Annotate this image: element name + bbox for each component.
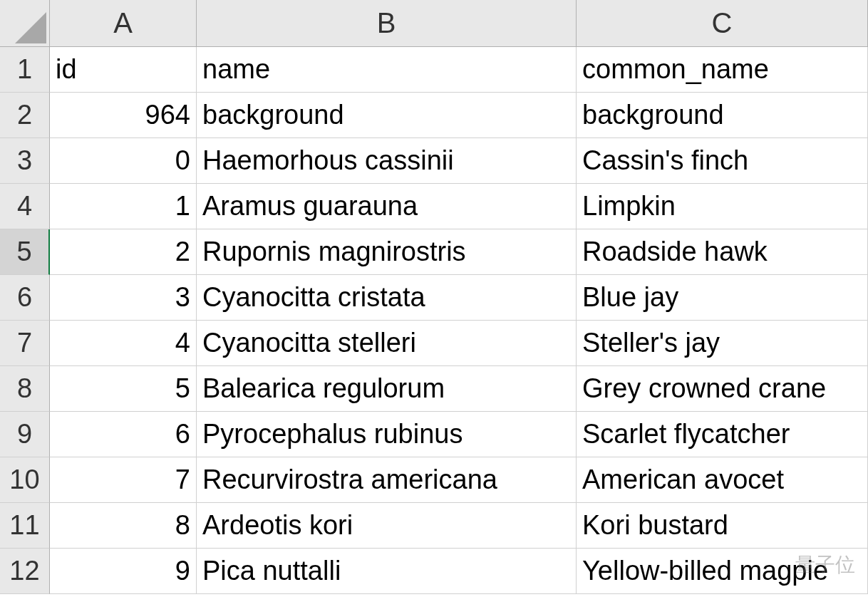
cell-B12[interactable]: Pica nuttalli [197, 549, 577, 594]
row-header-9[interactable]: 9 [0, 412, 50, 457]
row-header-8[interactable]: 8 [0, 366, 50, 412]
row-header-5[interactable]: 5 [0, 229, 50, 275]
cell-A12[interactable]: 9 [50, 549, 197, 594]
cell-B9[interactable]: Pyrocephalus rubinus [197, 412, 577, 457]
cell-B11[interactable]: Ardeotis kori [197, 503, 577, 549]
row-header-4[interactable]: 4 [0, 184, 50, 229]
row-header-10[interactable]: 10 [0, 457, 50, 503]
row-header-6[interactable]: 6 [0, 275, 50, 321]
cell-A2[interactable]: 964 [50, 93, 197, 138]
cell-C1[interactable]: common_name [577, 47, 868, 93]
column-header-A[interactable]: A [50, 0, 197, 47]
cell-B1[interactable]: name [197, 47, 577, 93]
cell-B3[interactable]: Haemorhous cassinii [197, 138, 577, 184]
column-header-C[interactable]: C [577, 0, 868, 47]
column-header-B[interactable]: B [197, 0, 577, 47]
cell-C3[interactable]: Cassin's finch [577, 138, 868, 184]
cell-C8[interactable]: Grey crowned crane [577, 366, 868, 412]
cell-B7[interactable]: Cyanocitta stelleri [197, 321, 577, 366]
cell-A1[interactable]: id [50, 47, 197, 93]
cell-A11[interactable]: 8 [50, 503, 197, 549]
cell-B10[interactable]: Recurvirostra americana [197, 457, 577, 503]
row-header-1[interactable]: 1 [0, 47, 50, 93]
cell-C7[interactable]: Steller's jay [577, 321, 868, 366]
cell-A9[interactable]: 6 [50, 412, 197, 457]
row-header-11[interactable]: 11 [0, 503, 50, 549]
cell-C12[interactable]: Yellow-billed magpie [577, 549, 868, 594]
cell-B6[interactable]: Cyanocitta cristata [197, 275, 577, 321]
select-all-corner[interactable] [0, 0, 50, 47]
cell-B4[interactable]: Aramus guarauna [197, 184, 577, 229]
cell-A3[interactable]: 0 [50, 138, 197, 184]
cell-B8[interactable]: Balearica regulorum [197, 366, 577, 412]
row-header-7[interactable]: 7 [0, 321, 50, 366]
cell-B5[interactable]: Rupornis magnirostris [197, 229, 577, 275]
spreadsheet-grid[interactable]: A B C 1 id name common_name 2 964 backgr… [0, 0, 868, 594]
cell-C5[interactable]: Roadside hawk [577, 229, 868, 275]
cell-C2[interactable]: background [577, 93, 868, 138]
cell-A10[interactable]: 7 [50, 457, 197, 503]
cell-C11[interactable]: Kori bustard [577, 503, 868, 549]
cell-C10[interactable]: American avocet [577, 457, 868, 503]
cell-B2[interactable]: background [197, 93, 577, 138]
cell-C9[interactable]: Scarlet flycatcher [577, 412, 868, 457]
row-header-2[interactable]: 2 [0, 93, 50, 138]
cell-C4[interactable]: Limpkin [577, 184, 868, 229]
cell-A8[interactable]: 5 [50, 366, 197, 412]
cell-A4[interactable]: 1 [50, 184, 197, 229]
cell-A6[interactable]: 3 [50, 275, 197, 321]
cell-A5[interactable]: 2 [50, 229, 197, 275]
cell-A7[interactable]: 4 [50, 321, 197, 366]
row-header-3[interactable]: 3 [0, 138, 50, 184]
cell-C6[interactable]: Blue jay [577, 275, 868, 321]
row-header-12[interactable]: 12 [0, 549, 50, 594]
